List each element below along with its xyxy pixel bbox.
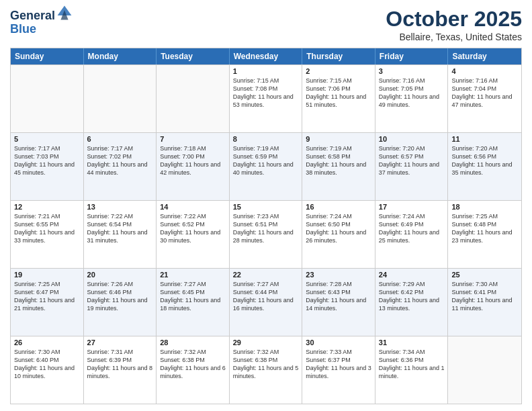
day-number: 28 xyxy=(160,338,226,347)
daylight-text: Daylight: 11 hours and 23 minutes. xyxy=(451,228,518,244)
sunset-text: Sunset: 6:45 PM xyxy=(160,288,226,296)
daylight-text: Daylight: 11 hours and 26 minutes. xyxy=(306,228,371,244)
calendar: SundayMondayTuesdayWednesdayThursdayFrid… xyxy=(10,48,522,404)
logo-icon xyxy=(56,5,73,21)
daylight-text: Daylight: 11 hours and 37 minutes. xyxy=(379,161,445,177)
daylight-text: Daylight: 11 hours and 44 minutes. xyxy=(87,161,153,177)
sunset-text: Sunset: 6:37 PM xyxy=(306,356,371,364)
weekday-header: Monday xyxy=(84,48,157,64)
day-number: 22 xyxy=(233,271,299,279)
sunrise-text: Sunrise: 7:17 AM xyxy=(87,144,153,152)
month-title: October 2025 xyxy=(386,7,522,32)
calendar-cell: 23Sunrise: 7:28 AMSunset: 6:43 PMDayligh… xyxy=(302,269,375,336)
daylight-text: Daylight: 11 hours and 13 minutes. xyxy=(379,296,445,312)
page: General Blue October 2025 Bellaire, Texa… xyxy=(0,0,532,411)
sunrise-text: Sunrise: 7:18 AM xyxy=(160,144,226,152)
sunset-text: Sunset: 6:55 PM xyxy=(14,220,80,228)
sunset-text: Sunset: 7:08 PM xyxy=(233,85,299,93)
sunrise-text: Sunrise: 7:25 AM xyxy=(14,280,80,288)
day-number: 16 xyxy=(306,203,371,211)
calendar-cell: 15Sunrise: 7:23 AMSunset: 6:51 PMDayligh… xyxy=(230,201,303,268)
calendar-row: 1Sunrise: 7:15 AMSunset: 7:08 PMDaylight… xyxy=(11,64,521,132)
daylight-text: Daylight: 11 hours and 10 minutes. xyxy=(14,364,80,380)
sunrise-text: Sunrise: 7:16 AM xyxy=(379,77,445,85)
calendar-cell: 30Sunrise: 7:33 AMSunset: 6:37 PMDayligh… xyxy=(302,336,375,404)
sunrise-text: Sunrise: 7:19 AM xyxy=(306,144,371,152)
calendar-cell: 7Sunrise: 7:18 AMSunset: 7:00 PMDaylight… xyxy=(157,133,230,200)
weekday-header: Sunday xyxy=(11,48,84,64)
sunset-text: Sunset: 6:51 PM xyxy=(233,220,299,228)
sunset-text: Sunset: 6:40 PM xyxy=(14,356,80,364)
daylight-text: Daylight: 11 hours and 31 minutes. xyxy=(87,228,153,244)
day-number: 19 xyxy=(14,271,80,279)
calendar-cell: 9Sunrise: 7:19 AMSunset: 6:58 PMDaylight… xyxy=(302,133,375,200)
calendar-cell: 27Sunrise: 7:31 AMSunset: 6:39 PMDayligh… xyxy=(84,336,157,404)
calendar-cell: 4Sunrise: 7:16 AMSunset: 7:04 PMDaylight… xyxy=(448,65,521,132)
day-number: 11 xyxy=(451,135,518,143)
sunset-text: Sunset: 6:50 PM xyxy=(306,220,371,228)
daylight-text: Daylight: 11 hours and 21 minutes. xyxy=(14,296,80,312)
calendar-cell: 16Sunrise: 7:24 AMSunset: 6:50 PMDayligh… xyxy=(302,201,375,268)
day-number: 31 xyxy=(379,338,445,347)
calendar-cell: 12Sunrise: 7:21 AMSunset: 6:55 PMDayligh… xyxy=(11,201,84,268)
sunset-text: Sunset: 7:02 PM xyxy=(87,152,153,161)
calendar-cell: 10Sunrise: 7:20 AMSunset: 6:57 PMDayligh… xyxy=(375,133,449,200)
calendar-cell: 14Sunrise: 7:22 AMSunset: 6:52 PMDayligh… xyxy=(157,201,230,268)
calendar-cell: 21Sunrise: 7:27 AMSunset: 6:45 PMDayligh… xyxy=(157,269,230,336)
sunset-text: Sunset: 7:04 PM xyxy=(451,85,518,93)
weekday-header: Wednesday xyxy=(230,48,303,64)
sunset-text: Sunset: 6:58 PM xyxy=(306,152,371,161)
sunrise-text: Sunrise: 7:33 AM xyxy=(306,348,371,356)
daylight-text: Daylight: 11 hours and 14 minutes. xyxy=(306,296,371,312)
sunrise-text: Sunrise: 7:24 AM xyxy=(306,212,371,220)
sunset-text: Sunset: 6:38 PM xyxy=(233,356,299,364)
sunset-text: Sunset: 7:05 PM xyxy=(379,85,445,93)
sunset-text: Sunset: 6:54 PM xyxy=(87,220,153,228)
sunset-text: Sunset: 6:52 PM xyxy=(160,220,226,228)
day-number: 24 xyxy=(379,271,445,279)
sunrise-text: Sunrise: 7:16 AM xyxy=(451,77,518,85)
daylight-text: Daylight: 11 hours and 6 minutes. xyxy=(160,364,226,380)
sunrise-text: Sunrise: 7:28 AM xyxy=(306,280,371,288)
sunrise-text: Sunrise: 7:20 AM xyxy=(451,144,518,152)
day-number: 2 xyxy=(306,67,371,75)
daylight-text: Daylight: 11 hours and 33 minutes. xyxy=(14,228,80,244)
day-number: 21 xyxy=(160,271,226,279)
logo-blue: Blue xyxy=(10,23,73,36)
daylight-text: Daylight: 11 hours and 45 minutes. xyxy=(14,161,80,177)
daylight-text: Daylight: 11 hours and 42 minutes. xyxy=(160,161,226,177)
calendar-cell: 29Sunrise: 7:32 AMSunset: 6:38 PMDayligh… xyxy=(230,336,303,404)
sunrise-text: Sunrise: 7:32 AM xyxy=(233,348,299,356)
sunrise-text: Sunrise: 7:31 AM xyxy=(87,348,153,356)
calendar-cell xyxy=(11,65,84,132)
sunset-text: Sunset: 6:47 PM xyxy=(14,288,80,296)
calendar-cell: 2Sunrise: 7:15 AMSunset: 7:06 PMDaylight… xyxy=(302,65,375,132)
calendar-cell: 24Sunrise: 7:29 AMSunset: 6:42 PMDayligh… xyxy=(375,269,449,336)
sunrise-text: Sunrise: 7:30 AM xyxy=(451,280,518,288)
sunset-text: Sunset: 6:46 PM xyxy=(87,288,153,296)
day-number: 1 xyxy=(233,67,299,75)
day-number: 27 xyxy=(87,338,153,347)
day-number: 14 xyxy=(160,203,226,211)
sunset-text: Sunset: 6:41 PM xyxy=(451,288,518,296)
day-number: 12 xyxy=(14,203,80,211)
sunrise-text: Sunrise: 7:27 AM xyxy=(160,280,226,288)
sunrise-text: Sunrise: 7:34 AM xyxy=(379,348,445,356)
day-number: 3 xyxy=(379,67,445,75)
calendar-cell xyxy=(157,65,230,132)
day-number: 25 xyxy=(451,271,518,279)
daylight-text: Daylight: 11 hours and 28 minutes. xyxy=(233,228,299,244)
sunset-text: Sunset: 6:43 PM xyxy=(306,288,371,296)
calendar-cell: 31Sunrise: 7:34 AMSunset: 6:36 PMDayligh… xyxy=(375,336,449,404)
daylight-text: Daylight: 11 hours and 8 minutes. xyxy=(87,364,153,380)
sunrise-text: Sunrise: 7:21 AM xyxy=(14,212,80,220)
day-number: 26 xyxy=(14,338,80,347)
header: General Blue October 2025 Bellaire, Texa… xyxy=(10,7,522,42)
day-number: 30 xyxy=(306,338,371,347)
sunset-text: Sunset: 7:06 PM xyxy=(306,85,371,93)
calendar-cell: 20Sunrise: 7:26 AMSunset: 6:46 PMDayligh… xyxy=(84,269,157,336)
day-number: 29 xyxy=(233,338,299,347)
calendar-row: 5Sunrise: 7:17 AMSunset: 7:03 PMDaylight… xyxy=(11,132,521,200)
sunrise-text: Sunrise: 7:30 AM xyxy=(14,348,80,356)
day-number: 20 xyxy=(87,271,153,279)
